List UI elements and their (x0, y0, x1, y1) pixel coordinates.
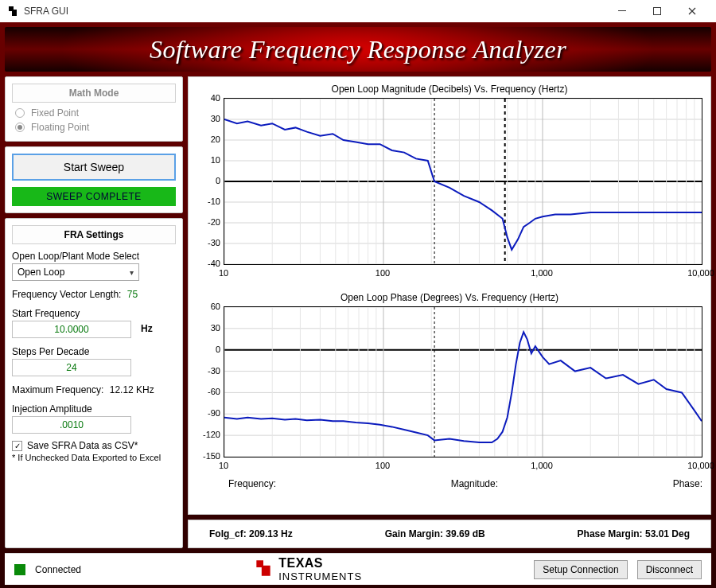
sweep-panel: Start Sweep SWEEP COMPLETE (5, 146, 183, 213)
setup-connection-button[interactable]: Setup Connection (534, 560, 627, 579)
connection-status-label: Connected (35, 564, 81, 575)
steps-per-decade-input[interactable]: 24 (12, 359, 131, 376)
main-area: Open Loop Magnitude (Decibels) Vs. Frequ… (188, 76, 711, 548)
svg-rect-0 (618, 10, 626, 11)
readout-frequency: Frequency: (228, 478, 276, 489)
sweep-status-badge: SWEEP COMPLETE (12, 187, 176, 206)
injection-amplitude-input[interactable]: .0010 (12, 416, 131, 434)
radio-fixed-point[interactable]: Fixed Point (15, 107, 176, 119)
y-axis: -150-120-90-60-3003060 (197, 306, 224, 458)
axis-readout: Frequency: Magnitude: Phase: (228, 478, 702, 489)
readout-magnitude: Magnitude: (451, 478, 498, 489)
freq-vector-length: Frequency Vector Length: 75 (12, 289, 176, 300)
chevron-down-icon: ▾ (130, 268, 134, 277)
freq-vector-value: 75 (127, 289, 138, 300)
svg-rect-1 (654, 8, 661, 15)
x-axis: 101001,00010,000 (224, 268, 702, 281)
disconnect-button[interactable]: Disconnect (637, 560, 702, 579)
max-freq-value: 12.12 KHz (110, 384, 154, 395)
mode-select-label: Open Loop/Plant Mode Select (12, 251, 176, 262)
window-title: SFRA GUI (24, 6, 605, 17)
start-frequency-unit: Hz (141, 323, 153, 334)
steps-label: Steps Per Decade (12, 346, 176, 357)
app-frame: Software Frequency Response Analyzer Mat… (0, 22, 716, 588)
radio-icon (15, 108, 25, 118)
folg-cf: Folg_cf: 209.13 Hz (209, 528, 293, 539)
save-csv-note: * If Unchecked Data Exported to Excel (12, 453, 176, 462)
mode-select-value: Open Loop (18, 267, 64, 278)
magnitude-chart-title: Open Loop Magnitude (Decibels) Vs. Frequ… (197, 84, 702, 95)
results-bar: Folg_cf: 209.13 Hz Gain Margin: 39.69 dB… (188, 520, 711, 548)
math-mode-panel: Math Mode Fixed Point Floating Point (5, 76, 183, 142)
radio-floating-point[interactable]: Floating Point (15, 122, 176, 133)
x-axis: 101001,00010,000 (224, 461, 702, 473)
y-axis: -40-30-20-10010203040 (197, 98, 224, 265)
ti-brand-logo: TEXAS INSTRUMENTS (253, 556, 362, 582)
start-sweep-button[interactable]: Start Sweep (12, 154, 176, 181)
app-banner: Software Frequency Response Analyzer (5, 27, 711, 72)
ti-logo-icon (6, 5, 19, 18)
footer: Connected TEXAS INSTRUMENTS Setup Connec… (5, 553, 711, 585)
save-csv-checkbox[interactable]: ✓ Save SFRA Data as CSV* (12, 440, 176, 451)
radio-floating-label: Floating Point (31, 122, 89, 133)
start-freq-label: Start Frequency (12, 308, 176, 319)
connection-status-icon (14, 564, 25, 575)
save-csv-label: Save SFRA Data as CSV* (27, 440, 138, 451)
close-button[interactable] (675, 0, 710, 22)
checkbox-icon: ✓ (12, 441, 22, 451)
start-frequency-input[interactable]: 10.0000 (12, 321, 131, 338)
readout-phase: Phase: (673, 478, 702, 489)
sidebar: Math Mode Fixed Point Floating Point Sta… (5, 76, 183, 548)
magnitude-chart: -40-30-20-10010203040 (197, 98, 702, 265)
radio-icon (15, 123, 25, 132)
ti-logo-icon (253, 558, 274, 582)
radio-fixed-label: Fixed Point (31, 107, 79, 119)
fra-settings-title: FRA Settings (12, 225, 176, 244)
minimize-button[interactable] (605, 0, 640, 22)
fra-settings-panel: FRA Settings Open Loop/Plant Mode Select… (5, 218, 183, 548)
mode-select[interactable]: Open Loop ▾ (12, 263, 139, 281)
charts-panel: Open Loop Magnitude (Decibels) Vs. Frequ… (188, 76, 711, 515)
plot-area[interactable] (224, 98, 702, 265)
inj-amp-label: Injection Amplitude (12, 403, 176, 415)
app-body: Math Mode Fixed Point Floating Point Sta… (5, 76, 711, 548)
phase-margin: Phase Margin: 53.01 Deg (578, 528, 690, 539)
math-mode-title: Math Mode (12, 84, 176, 103)
gain-margin: Gain Margin: 39.69 dB (385, 528, 485, 539)
banner-title: Software Frequency Response Analyzer (150, 35, 566, 64)
maximize-button[interactable] (640, 0, 675, 22)
phase-chart: -150-120-90-60-3003060 (197, 306, 702, 458)
window-titlebar: SFRA GUI (0, 0, 716, 22)
phase-chart-title: Open Loop Phase (Degrees) Vs. Frequency … (197, 292, 702, 303)
plot-area[interactable] (224, 306, 702, 458)
max-freq: Maximum Frequency: 12.12 KHz (12, 384, 176, 395)
